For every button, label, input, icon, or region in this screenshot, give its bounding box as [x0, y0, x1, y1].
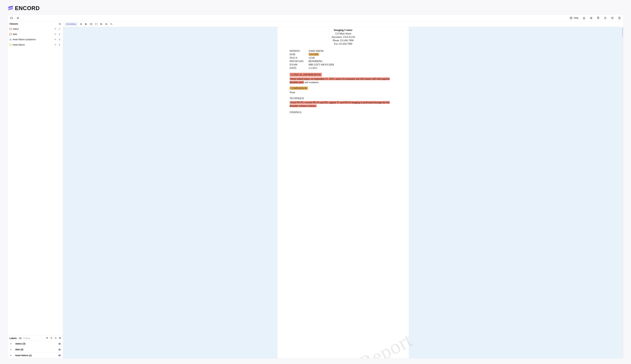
help-label: Help: [574, 17, 578, 19]
svg-line-53: [102, 24, 102, 25]
tab-frame[interactable]: Frame: [24, 337, 30, 340]
labels-tabs: All Frame: [19, 337, 30, 340]
eye-icon[interactable]: [59, 337, 61, 340]
labels-header: Labels All Frame: [8, 336, 63, 341]
classes-header: Classes: [8, 21, 63, 26]
svg-rect-21: [11, 30, 12, 30]
svg-point-5: [571, 18, 571, 19]
svg-rect-23: [10, 33, 10, 34]
svg-rect-31: [10, 45, 10, 46]
doc-meta-block: PATIENT: JOHN SMITH DOB: 5/5/1955 FILE #…: [290, 49, 397, 70]
text-size-icon[interactable]: [110, 23, 113, 25]
settings-gear-icon[interactable]: [604, 17, 607, 20]
comment-icon[interactable]: [90, 23, 92, 25]
visibility-toggle-icon[interactable]: [58, 354, 61, 357]
meta-row-exam: EXAM: MRI LEFT SHOULDER: [290, 63, 397, 66]
scissors-icon[interactable]: [85, 23, 87, 25]
sort-icon[interactable]: [50, 337, 53, 340]
bell-icon[interactable]: [583, 17, 585, 20]
meta-row-dob: DOB: 5/5/1955: [290, 53, 397, 56]
viewport-scrollbar[interactable]: [622, 27, 623, 358]
class-name: heart failure: [13, 44, 53, 46]
comparison-body: None: [290, 91, 397, 94]
svg-point-12: [612, 18, 612, 18]
meta-value: JOHN SMITH: [309, 49, 323, 53]
svg-rect-20: [10, 30, 10, 30]
bbox-swatch-icon: [10, 44, 12, 46]
filter-icon[interactable]: [46, 337, 48, 340]
zoom-in-icon[interactable]: [100, 23, 103, 25]
zoom-out-icon[interactable]: [105, 23, 108, 25]
canvas-area: Annotating: [63, 21, 623, 358]
annotation-date[interactable]: 5/5/1955: [309, 53, 319, 56]
svg-marker-27: [10, 39, 11, 40]
expand-plus-icon[interactable]: [10, 343, 12, 345]
document-page: Imaging Center 123 Main Street Anywhere,…: [278, 27, 409, 358]
magic-wand-icon[interactable]: [54, 28, 57, 30]
help-button[interactable]: Help: [570, 17, 578, 20]
doc-title: Imaging Center: [290, 28, 397, 32]
svg-point-11: [605, 18, 606, 18]
svg-point-35: [60, 338, 60, 338]
scroll-thumb[interactable]: [622, 28, 623, 37]
label-row-heart-failure[interactable]: heart failure (1): [8, 352, 63, 358]
polygon-swatch-icon: [10, 38, 12, 40]
expand-plus-icon[interactable]: [10, 348, 12, 351]
section-head-comparison: COMPARISON: [290, 87, 397, 90]
meta-row-file: FILE #: 12345: [290, 56, 397, 60]
bbox-swatch-icon: [10, 28, 12, 30]
chat-icon[interactable]: [611, 17, 614, 20]
magic-wand-icon[interactable]: [54, 38, 57, 40]
doc-fax: Fax 123.456.7890: [290, 42, 397, 46]
meta-value: REFERRING: [309, 60, 323, 63]
label-row-status[interactable]: status (3): [8, 341, 63, 347]
meta-row-date: DATE: 1/1/2011: [290, 66, 397, 70]
expand-plus-icon[interactable]: [10, 354, 12, 356]
class-row-heart-failure[interactable]: heart failure 4: [8, 42, 63, 48]
clipboard-icon[interactable]: [597, 17, 599, 20]
watermark-text: Report: [355, 328, 416, 358]
document-icon[interactable]: [618, 17, 621, 20]
brand-row: ENCORD: [0, 0, 631, 15]
classes-heading: Classes: [10, 22, 18, 25]
brand-wordmark: ENCORD: [15, 5, 40, 11]
meta-key: PHYSICIAN:: [290, 60, 309, 63]
svg-point-49: [91, 24, 91, 24]
class-row-date[interactable]: date 2: [8, 32, 63, 37]
class-name: date: [13, 33, 53, 36]
labels-toolbar: [46, 337, 61, 340]
canvas-viewport[interactable]: Imaging Center 123 Main Street Anywhere,…: [63, 27, 623, 358]
panel-toggle-icon[interactable]: [10, 17, 13, 20]
left-panel: Classes status 1: [8, 21, 63, 358]
visibility-toggle-icon[interactable]: [58, 342, 61, 345]
brightness-icon[interactable]: [80, 23, 82, 25]
class-row-status[interactable]: status 1: [8, 26, 63, 32]
svg-rect-29: [10, 44, 10, 44]
meta-key: EXAM:: [290, 63, 309, 66]
label-row-date[interactable]: date (2): [8, 347, 63, 352]
visibility-toggle-icon[interactable]: [58, 348, 61, 351]
magic-wand-icon[interactable]: [54, 44, 57, 46]
svg-point-6: [590, 18, 591, 18]
annotation-date[interactable]: COMPARISON: [290, 86, 308, 90]
tab-all[interactable]: All: [19, 337, 22, 340]
labels-section: Labels All Frame: [8, 336, 63, 358]
main-area: Classes status 1: [8, 21, 623, 358]
annotation-status[interactable]: Axial PD FS, coronal PD FS and PD, sagit…: [290, 101, 390, 107]
hamburger-menu-icon[interactable]: [17, 17, 19, 20]
search-icon[interactable]: [55, 337, 57, 340]
meta-value: 12345: [309, 56, 315, 60]
magic-wand-icon[interactable]: [54, 33, 57, 35]
mode-badge[interactable]: Annotating: [65, 22, 77, 26]
classes-search-icon[interactable]: [59, 23, 61, 25]
doc-address-2: Anywhere, USA 01234: [290, 35, 397, 39]
meta-value: 1/1/2011: [309, 66, 317, 70]
share-icon[interactable]: [590, 17, 592, 20]
fit-screen-icon[interactable]: [95, 23, 98, 25]
class-row-heart-failure-symptoms[interactable]: heart failure symptoms 3: [8, 37, 63, 42]
help-icon: [570, 17, 572, 20]
brand-logo: ENCORD: [8, 5, 40, 11]
svg-point-14: [612, 18, 613, 18]
annotation-status[interactable]: CLINICAL INFORMATION: [290, 73, 322, 76]
section-head-findings: FINDINGS: [290, 111, 397, 114]
